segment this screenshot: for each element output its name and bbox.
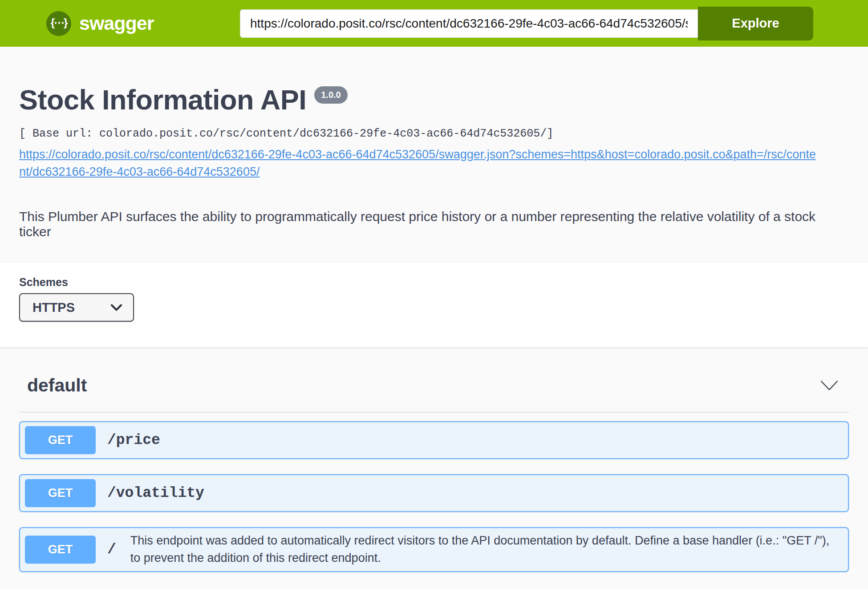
tag-default-header[interactable]: default xyxy=(19,375,849,396)
method-badge: GET xyxy=(25,536,96,564)
api-description: This Plumber API surfaces the ability to… xyxy=(19,209,849,239)
opblock-get-price[interactable]: GET /price xyxy=(19,421,849,459)
base-url: [ Base url: colorado.posit.co/rsc/conten… xyxy=(19,127,849,140)
chevron-down-icon[interactable] xyxy=(820,380,838,391)
swagger-logo: {⋯} swagger xyxy=(46,11,154,36)
operation-path: /price xyxy=(107,432,160,448)
version-badge: 1.0.0 xyxy=(314,86,347,104)
schemes-select[interactable]: HTTPS xyxy=(19,293,134,322)
method-badge: GET xyxy=(25,479,96,507)
scheme-container: Schemes HTTPS xyxy=(0,262,868,347)
schemes-selected-value: HTTPS xyxy=(32,300,75,315)
operations-section: default GET /price GET /volatility GET /… xyxy=(0,375,868,572)
api-title-text: Stock Information API xyxy=(19,84,306,116)
operation-description: This endpoint was added to automatically… xyxy=(130,532,839,567)
method-badge: GET xyxy=(25,426,96,454)
topbar: {⋯} swagger Explore xyxy=(0,0,868,47)
page-title: Stock Information API 1.0.0 xyxy=(19,84,849,116)
opblock-get-root[interactable]: GET / This endpoint was added to automat… xyxy=(19,527,849,572)
spec-url-form: Explore xyxy=(240,7,813,40)
explore-button[interactable]: Explore xyxy=(698,7,813,40)
opblock-get-volatility[interactable]: GET /volatility xyxy=(19,474,849,512)
operation-path: /volatility xyxy=(107,485,204,501)
brand-name: swagger xyxy=(79,12,154,34)
spec-json-link[interactable]: https://colorado.posit.co/rsc/content/dc… xyxy=(19,146,816,181)
chevron-down-icon xyxy=(110,304,122,311)
tag-divider xyxy=(19,412,849,412)
tag-title: default xyxy=(27,375,87,396)
api-info-section: Stock Information API 1.0.0 [ Base url: … xyxy=(0,84,868,239)
spec-url-input[interactable] xyxy=(240,9,698,38)
schemes-label: Schemes xyxy=(19,276,849,289)
curly-braces-icon: {⋯} xyxy=(46,11,71,36)
operation-path: / xyxy=(107,541,116,558)
